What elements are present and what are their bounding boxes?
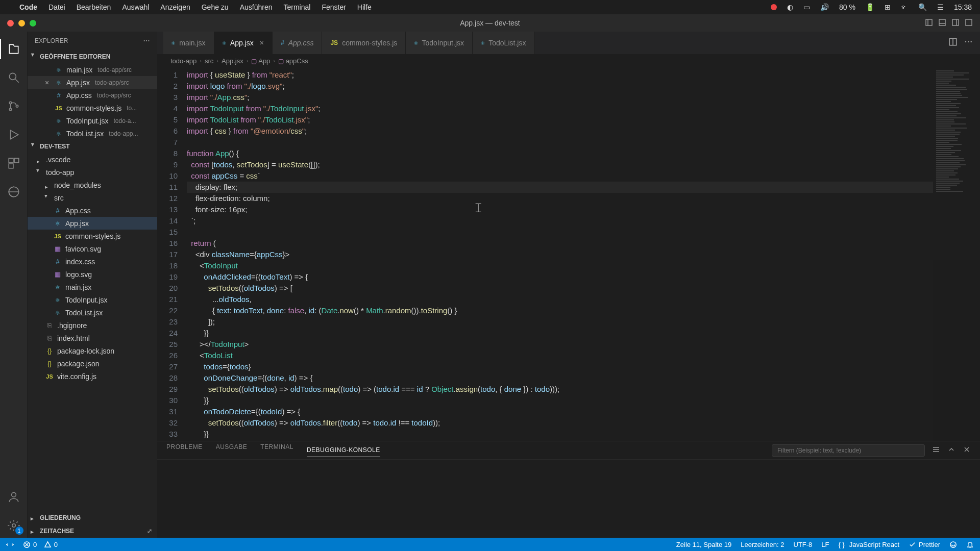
- editor-more-icon[interactable]: ···: [965, 37, 973, 48]
- file-item[interactable]: {}package-lock.json: [28, 344, 157, 357]
- code-line[interactable]: flex-direction: column;: [187, 193, 933, 204]
- status-cloud-icon[interactable]: ◐: [787, 3, 793, 11]
- line-number[interactable]: 15: [157, 227, 178, 238]
- menu-go[interactable]: Gehe zu: [202, 3, 229, 11]
- status-encoding[interactable]: UTF-8: [794, 541, 813, 548]
- file-item[interactable]: ▦logo.svg: [28, 268, 157, 281]
- status-prettier[interactable]: Prettier: [909, 541, 940, 548]
- code-line[interactable]: ]);: [187, 316, 933, 328]
- breadcrumb-item[interactable]: App.jsx: [222, 57, 243, 65]
- status-volume-icon[interactable]: 🔊: [820, 3, 829, 11]
- panel-filter-input[interactable]: [772, 444, 925, 457]
- close-icon[interactable]: ×: [260, 39, 264, 47]
- line-number[interactable]: 18: [157, 260, 178, 271]
- file-item[interactable]: ⚛TodoList.jsx: [28, 306, 157, 319]
- layout-right-icon[interactable]: [951, 18, 960, 28]
- line-number[interactable]: 29: [157, 384, 178, 395]
- code-line[interactable]: ...oldTodos,: [187, 294, 933, 305]
- activity-account-icon[interactable]: [0, 485, 28, 509]
- line-number[interactable]: 22: [157, 305, 178, 316]
- app-name-menu[interactable]: Code: [19, 3, 37, 11]
- line-number[interactable]: 16: [157, 238, 178, 249]
- line-number[interactable]: 2: [157, 81, 178, 92]
- code-line[interactable]: [187, 227, 933, 238]
- open-editor-item[interactable]: ⚛TodoList.jsxtodo-app...: [28, 127, 157, 140]
- line-number[interactable]: 10: [157, 170, 178, 182]
- panel-settings-icon[interactable]: [932, 445, 940, 455]
- code-line[interactable]: import TodoList from "./TodoList.jsx";: [187, 114, 933, 126]
- code-line[interactable]: setTodos((oldTodos) => [: [187, 283, 933, 294]
- timeline-pin-icon[interactable]: ⤢: [147, 528, 152, 535]
- line-number[interactable]: 17: [157, 249, 178, 260]
- file-item[interactable]: {}package.json: [28, 357, 157, 370]
- timeline-header[interactable]: ZEITACHSE ⤢: [28, 524, 157, 538]
- breadcrumb[interactable]: todo-app›src›App.jsx›▢ App›▢ appCss: [157, 54, 980, 67]
- file-item[interactable]: ⚛TodoInput.jsx: [28, 293, 157, 306]
- folder-item[interactable]: src: [28, 191, 157, 204]
- panel-tab[interactable]: DEBUGGING-KONSOLE: [307, 446, 380, 457]
- line-number[interactable]: 21: [157, 294, 178, 305]
- line-number[interactable]: 8: [157, 148, 178, 159]
- code-line[interactable]: }}: [187, 395, 933, 406]
- menu-edit[interactable]: Bearbeiten: [77, 3, 111, 11]
- editor-tab[interactable]: #App.css: [273, 32, 323, 54]
- code-line[interactable]: }}: [187, 429, 933, 440]
- line-number[interactable]: 11: [157, 182, 178, 193]
- panel-close-icon[interactable]: [963, 445, 971, 455]
- panel-maximize-icon[interactable]: [947, 445, 955, 455]
- status-indent[interactable]: Leerzeichen: 2: [741, 541, 784, 548]
- line-number[interactable]: 20: [157, 283, 178, 294]
- remote-indicator[interactable]: [6, 541, 14, 548]
- line-number[interactable]: 32: [157, 417, 178, 429]
- close-window-icon[interactable]: [7, 20, 14, 27]
- line-number[interactable]: 27: [157, 361, 178, 372]
- code-line[interactable]: ></TodoInput>: [187, 339, 933, 350]
- menu-help[interactable]: Hilfe: [357, 3, 372, 11]
- code-line[interactable]: <TodoInput: [187, 260, 933, 271]
- close-icon[interactable]: ×: [43, 79, 51, 87]
- status-search-icon[interactable]: 🔍: [918, 3, 927, 11]
- line-number[interactable]: 28: [157, 372, 178, 384]
- layout-panel-icon[interactable]: [938, 18, 946, 28]
- line-number[interactable]: 7: [157, 137, 178, 148]
- code-line[interactable]: function App() {: [187, 148, 933, 159]
- status-bell-icon[interactable]: [966, 541, 974, 548]
- status-wifi-icon[interactable]: ᯤ: [901, 3, 908, 11]
- activity-scm-icon[interactable]: [0, 94, 28, 118]
- file-item[interactable]: JSvite.config.js: [28, 370, 157, 383]
- line-number[interactable]: 25: [157, 339, 178, 350]
- menu-view[interactable]: Anzeigen: [160, 3, 190, 11]
- code-line[interactable]: onAddClicked={(todoText) => {: [187, 271, 933, 283]
- status-display-icon[interactable]: ▭: [803, 3, 810, 11]
- breadcrumb-item[interactable]: todo-app: [170, 57, 197, 65]
- code-line[interactable]: import { useState } from "react";: [187, 69, 933, 81]
- open-editor-item[interactable]: ×⚛App.jsxtodo-app/src: [28, 76, 157, 89]
- folder-item[interactable]: node_modules: [28, 179, 157, 191]
- line-number[interactable]: 30: [157, 395, 178, 406]
- line-number[interactable]: 6: [157, 126, 178, 137]
- status-errors[interactable]: 0 0: [23, 541, 58, 548]
- open-editor-item[interactable]: JScommon-styles.jsto...: [28, 102, 157, 114]
- menu-select[interactable]: Auswahl: [122, 3, 149, 11]
- status-cursor[interactable]: Zeile 11, Spalte 19: [676, 541, 731, 548]
- breadcrumb-item[interactable]: ▢ appCss: [278, 57, 308, 65]
- status-grid-icon[interactable]: ⊞: [885, 3, 891, 11]
- status-control-icon[interactable]: ☰: [937, 3, 944, 11]
- outline-header[interactable]: GLIEDERUNG: [28, 511, 157, 524]
- menu-run[interactable]: Ausführen: [240, 3, 273, 11]
- panel-tab[interactable]: TERMINAL: [260, 443, 293, 457]
- activity-explorer-icon[interactable]: [0, 37, 28, 61]
- maximize-window-icon[interactable]: [30, 20, 36, 27]
- code-line[interactable]: { text: todoText, done: false, id: (Date…: [187, 305, 933, 316]
- open-editor-item[interactable]: #App.csstodo-app/src: [28, 89, 157, 102]
- split-editor-icon[interactable]: [948, 37, 958, 48]
- line-number[interactable]: 24: [157, 328, 178, 339]
- file-item[interactable]: #App.css: [28, 204, 157, 217]
- breadcrumb-item[interactable]: ▢ App: [251, 57, 270, 65]
- file-item[interactable]: ⚛App.jsx: [28, 217, 157, 230]
- line-number[interactable]: 4: [157, 103, 178, 114]
- file-item[interactable]: ▦favicon.svg: [28, 242, 157, 255]
- line-number[interactable]: 31: [157, 406, 178, 417]
- line-number[interactable]: 26: [157, 350, 178, 361]
- code-line[interactable]: <div className={appCss}>: [187, 249, 933, 260]
